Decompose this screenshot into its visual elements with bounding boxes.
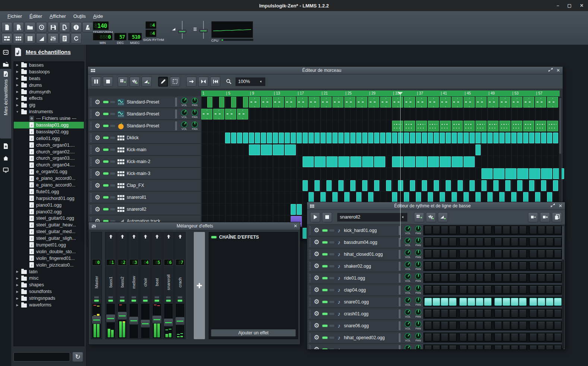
save-project-button[interactable] [48,22,59,32]
channel-fader[interactable] [92,316,101,324]
bb-pattern-segment[interactable] [392,192,397,203]
note-pattern-segment[interactable] [499,121,510,131]
step-cell[interactable] [538,274,545,282]
solo-led[interactable] [329,301,334,303]
bb-pattern-segment[interactable] [273,144,284,155]
step-cell[interactable] [554,334,562,341]
step-cell[interactable] [468,250,475,258]
bb-pattern-segment[interactable] [452,192,457,203]
step-cell[interactable] [468,238,475,246]
solo-led[interactable] [110,113,115,115]
track-head[interactable]: ⚙snareroll2 [89,204,200,215]
track-gear-icon[interactable]: ⚙ [313,287,320,293]
pattern-combobox[interactable]: snareroll2 [337,213,408,222]
solo-led[interactable] [329,253,334,255]
bb-pattern-segment[interactable] [428,156,439,167]
bb-pan-dial[interactable] [415,309,421,315]
bb-track-head[interactable]: ⚙♪snare06.oggVOLPAN [308,320,423,331]
bb-pattern-segment[interactable] [529,133,534,143]
track-head[interactable]: ⚙Kick-main-2 [89,156,200,168]
step-cell[interactable] [554,274,562,282]
mixer-channel-beat[interactable]: 85beat [151,232,162,339]
bb-track-head[interactable]: ⚙♪bassdrum04.oggVOLPAN [308,236,423,248]
track-gear-icon[interactable]: ⚙ [94,99,101,105]
note-pattern-segment[interactable] [475,121,487,131]
note-pattern-segment[interactable] [213,109,224,120]
tree-item[interactable]: ♪cello01.ogg [14,135,84,142]
step-cell[interactable] [538,250,545,258]
bb-volume-knob[interactable]: VOL [404,345,412,349]
close-button[interactable]: ✕ [556,68,560,73]
channel-mute-led[interactable] [120,300,124,302]
drag-handle[interactable] [309,298,311,306]
bb-pattern-segment[interactable] [499,192,505,203]
solo-led[interactable] [329,241,334,244]
step-cell[interactable] [433,226,440,234]
step-cell[interactable] [494,286,502,294]
step-cell[interactable] [538,322,545,330]
bb-volume-dial[interactable] [405,321,411,327]
instruments-tab[interactable] [0,48,11,57]
bb-pattern-segment[interactable] [326,180,332,191]
track-pattern-lane[interactable] [201,132,560,144]
channel-fader[interactable] [129,316,139,325]
step-cell[interactable] [519,262,527,270]
pause-button[interactable] [91,77,101,87]
step-cell[interactable] [441,310,448,318]
autoscroll-button[interactable] [186,77,196,87]
step-cell[interactable] [441,226,448,234]
playhead-marker[interactable] [398,92,403,95]
bb-pattern-segment[interactable] [422,180,427,191]
drag-handle[interactable] [90,181,92,190]
bb-pattern-segment[interactable] [434,133,439,143]
bb-pattern-segment[interactable] [362,180,367,191]
track-volume-knob[interactable]: VOL [180,109,189,119]
step-cell[interactable] [449,250,456,258]
note-pattern-segment[interactable] [285,97,296,108]
step-cell[interactable] [441,334,448,341]
bb-pattern-segment[interactable] [356,133,361,143]
step-cell[interactable] [468,262,475,270]
drag-handle[interactable] [309,346,311,350]
bb-pattern-segment[interactable] [374,180,379,191]
bb-pan-dial[interactable] [415,345,421,349]
restore-button[interactable] [548,67,553,73]
bb-pattern-segment[interactable] [475,133,481,143]
step-cell[interactable] [433,346,440,349]
bb-pattern-segment[interactable] [404,133,409,143]
step-cell[interactable] [546,346,553,349]
bb-pan-knob[interactable]: PAN [414,309,423,318]
refresh-button[interactable]: ↻ [72,352,83,362]
bb-pattern-segment[interactable] [487,133,493,143]
step-cell[interactable] [424,274,432,282]
step-cell[interactable] [424,286,432,294]
bb-pan-dial[interactable] [415,261,421,268]
mute-led[interactable] [322,229,328,232]
bb-pattern-segment[interactable] [481,133,487,143]
bb-pattern-segment[interactable] [314,133,320,143]
bb-pattern-segment[interactable] [481,168,493,179]
tree-item[interactable]: ♪piano01.ogg [14,202,84,209]
channel-fader[interactable] [106,314,116,322]
fade-grip[interactable] [399,297,401,306]
timeline[interactable]: 1| 5| 9| 13| 17| 21| 25| 29| 33| 37| 41|… [201,90,560,96]
track-gear-icon[interactable]: ⚙ [313,275,320,281]
step-cell[interactable] [433,274,440,282]
step-cell[interactable] [449,286,456,294]
step-cell[interactable] [503,238,510,246]
track-pan-dial[interactable] [192,109,198,116]
sign-denominator-lcd[interactable]: 84 [145,29,157,37]
bb-volume-dial[interactable] [405,238,411,244]
note-pattern-segment[interactable] [249,97,260,108]
drag-handle[interactable] [90,134,92,142]
track-volume-knob[interactable]: VOL [180,121,189,131]
step-cell[interactable] [554,226,562,234]
restore-button[interactable] [550,203,555,209]
tree-item[interactable]: ♪steel_guitar_sligh... [14,235,84,242]
step-cell[interactable] [476,310,483,318]
step-cell[interactable] [459,238,467,246]
mute-led[interactable] [103,101,108,103]
send-up-icon[interactable] [178,234,183,239]
bb-volume-dial[interactable] [405,333,411,339]
controller-rack-button[interactable] [71,33,82,44]
